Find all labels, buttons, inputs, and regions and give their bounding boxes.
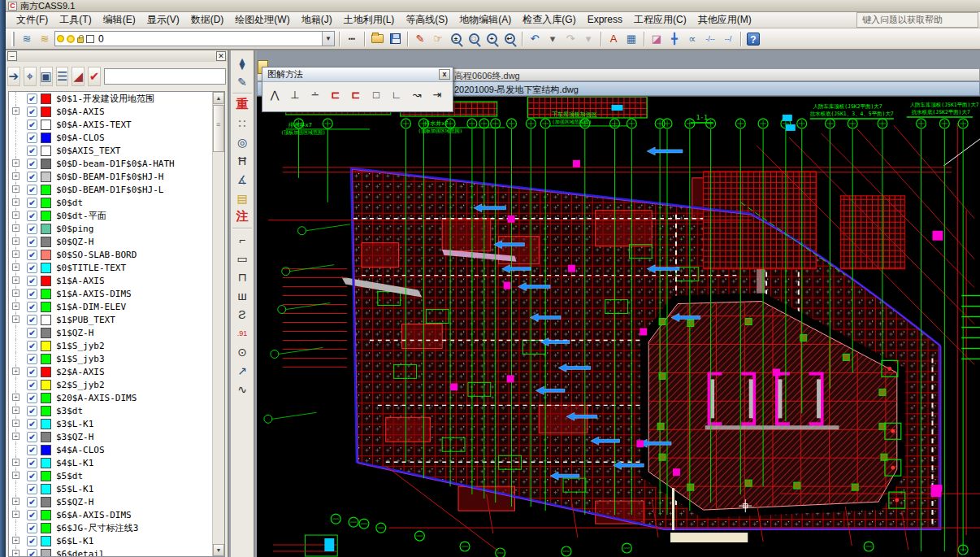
expand-icon[interactable]: + [12,472,20,479]
layer-row[interactable]: +✔$0$A-AXIS [9,105,224,118]
toolbar-grip[interactable] [11,32,15,46]
layer-panel-header[interactable]: – ✕ [6,50,228,62]
layer-color-swatch[interactable] [41,497,51,507]
link-button[interactable]: ∝ [684,31,700,47]
layer-color-swatch[interactable] [41,133,51,143]
layer-row[interactable]: +✔$0$D-BEAM-D1F$0$HJ-L [9,183,224,196]
layer-checkbox[interactable]: ✔ [27,380,37,390]
table-button[interactable]: ▦ [623,31,640,47]
menu-item-13[interactable]: 其他应用(M) [692,12,757,27]
layer-row[interactable]: +✔$0$TITLE-TEXT [9,261,224,274]
layer-checkbox[interactable]: ✔ [27,393,37,403]
menu-item-1[interactable]: 工具(T) [54,12,97,27]
expand-icon[interactable]: + [12,550,20,557]
expand-icon[interactable]: + [12,276,20,284]
layer-color-swatch[interactable] [41,315,51,325]
layer-color-swatch[interactable] [41,159,51,169]
tag-icon[interactable]: ⧫ [232,54,252,72]
ruler-icon[interactable]: ▤ [232,189,252,207]
menu-item-12[interactable]: 工程应用(C) [628,12,692,27]
layer-checkbox[interactable]: ✔ [27,276,37,286]
menu-item-7[interactable]: 土地利用(L) [338,12,401,27]
corner-tool[interactable]: ∟ [388,85,405,104]
layer-checkbox[interactable]: ✔ [27,419,37,429]
apply-button[interactable]: ✔ [88,67,101,86]
expand-icon[interactable]: + [12,394,20,401]
layer-row[interactable]: +✔$4$L-K1 [9,456,224,469]
layer-row[interactable]: ✔$0$AXIS_TEXT [9,144,224,157]
layer-stack-icon-2[interactable]: ≋ [37,31,53,47]
undo-button[interactable]: ↶ [527,31,543,47]
expand-icon[interactable]: + [12,511,20,518]
layer-row[interactable]: ✔$1$S_jyb2 [9,339,224,352]
layer-color-swatch[interactable] [41,211,51,221]
layer-color-swatch[interactable] [41,380,51,390]
layer-color-swatch[interactable] [41,419,51,429]
slope-line-icon[interactable]: ↗ [232,361,252,380]
help-search-input[interactable]: 键入问题以获取帮助 [856,12,978,28]
layer-checkbox[interactable]: ✔ [27,107,37,117]
layer-color-swatch[interactable] [41,263,51,273]
zoom-previous-button[interactable]: ↩ [501,31,518,47]
layer-row[interactable]: +✔$1$A-AXIS-DIMS [9,287,224,300]
zoom-window-button[interactable]: □ [466,31,482,47]
layer-checkbox[interactable]: ✔ [27,289,37,299]
layer-row[interactable]: +✔$0$dt [9,196,224,209]
redo-button[interactable]: ↷ [562,31,579,47]
layer-color-swatch[interactable] [41,120,51,130]
layer-row[interactable]: ✔$2$S_jyb2 [9,378,224,391]
layer-checkbox[interactable]: ✔ [27,237,37,247]
layer-checkbox[interactable]: ✔ [27,471,37,481]
open-button[interactable] [369,31,385,47]
layer-row[interactable]: +✔$2$A-AXIS [9,365,224,378]
well-icon[interactable]: Ħ [232,151,252,170]
layer-row[interactable]: +✔$6$A-AXIS-DIMS [9,508,224,521]
text-style-button[interactable]: A [605,31,622,47]
expand-icon[interactable]: + [12,250,20,258]
layer-row[interactable]: +✔$0$D-beam-D1F$0$A-HATH [9,157,224,170]
repeat-char-button[interactable]: 重 [232,95,252,114]
layer-checkbox[interactable]: ✔ [27,120,37,130]
layer-stack-icon-1[interactable]: ≋ [19,31,35,47]
expand-icon[interactable]: + [12,159,20,167]
layer-color-swatch[interactable] [41,185,51,195]
combo-dropdown-icon[interactable]: ▼ [322,32,334,46]
digit-note-button[interactable]: .91 [232,324,252,342]
undo-dropdown[interactable]: ▾ [544,31,561,47]
zoom-extents-button[interactable]: + [483,31,500,47]
fold-line-icon[interactable]: Ƨ [232,305,252,324]
expand-icon[interactable]: + [12,263,20,271]
layer-list-button[interactable]: ☰ [56,67,69,86]
layer-checkbox[interactable]: ✔ [27,146,37,156]
menu-item-0[interactable]: 文件(F) [11,12,54,27]
draw-button[interactable]: ✎ [412,31,428,47]
menu-item-11[interactable]: Express [582,12,628,27]
perpendicular-point-tool[interactable]: ⊥ [286,85,304,104]
layer-checkbox[interactable]: ✔ [27,159,37,169]
expand-icon[interactable]: + [12,407,20,414]
layer-checkbox[interactable]: ✔ [27,250,37,260]
expand-icon[interactable]: + [12,237,20,245]
layer-checkbox[interactable]: ✔ [27,484,37,494]
expand-icon[interactable]: + [12,224,20,232]
layer-row[interactable]: +✔$0$D-BEAM-D1F$0$HJ-H [9,170,224,183]
layer-checkbox[interactable]: ✔ [27,172,37,182]
menu-item-2[interactable]: 编辑(E) [98,12,141,27]
parallel-tick-tool[interactable]: ∸ [306,85,324,104]
layer-isolate-button[interactable]: ◢ [72,67,85,86]
title-bar[interactable]: C 南方CASS9.1 [6,0,980,12]
rectangle-icon[interactable]: ▭ [232,249,252,268]
layer-checkbox[interactable]: ✔ [27,211,37,221]
expand-icon[interactable]: + [12,198,20,206]
angle-intersect-tool[interactable]: ⋀ [266,85,284,104]
expand-icon[interactable]: + [12,172,20,180]
expand-icon[interactable]: + [12,498,20,505]
layer-color-swatch[interactable] [41,107,51,117]
expand-icon[interactable]: + [12,420,20,427]
move-button[interactable]: ╋ [666,31,683,47]
floating-toolbar-titlebar[interactable]: 图解方法 x [262,67,453,82]
layer-checkbox[interactable]: ✔ [27,185,37,195]
layer-checkbox[interactable]: ✔ [27,328,37,338]
layer-checkbox[interactable]: ✔ [27,263,37,273]
scroll-up-arrow[interactable]: ▲ [213,92,224,104]
